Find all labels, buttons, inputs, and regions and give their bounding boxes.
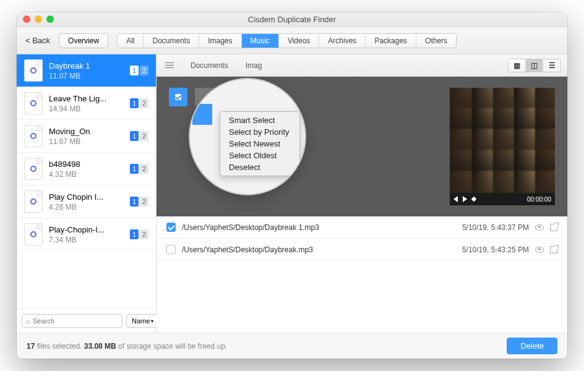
selected-count: 17 [27,342,35,351]
preview-icon[interactable] [535,224,544,231]
file-row[interactable]: /Users/YaphetS/Desktop/Daybreak 1.mp35/1… [157,216,567,239]
search-box[interactable]: ⌕ [22,314,122,328]
menu-select-oldest[interactable]: Select Oldest [220,150,299,161]
select-menu-button[interactable] [163,60,176,70]
category-tabs: All Documents Images Music Videos Archiv… [117,33,457,48]
file-icon [24,59,43,82]
sidebar-item[interactable]: Play Chopin I...4.26 MB12 [17,185,156,218]
player-play-button[interactable] [463,196,467,202]
file-rows: /Users/YaphetS/Desktop/Daybreak 1.mp35/1… [157,216,567,333]
search-input[interactable] [33,317,118,325]
check-icon [175,94,181,100]
main-toolbar: < Back Overview All Documents Images Mus… [17,27,567,54]
row-date: 5/10/19, 5:43:37 PM [462,223,529,232]
player-prev-button[interactable] [453,196,458,202]
badge-count-1: 1 [130,229,139,239]
tab-others[interactable]: Others [416,34,456,48]
titlebar: Cisdem Duplicate Finder [17,12,567,27]
reveal-icon[interactable] [550,246,557,254]
sidebar-item[interactable]: Daybreak 111.07 MB12 [17,54,156,87]
badge-count-1: 1 [130,131,139,141]
footer: 17 files selected. 33.08 MB of storage s… [17,333,567,359]
close-window-button[interactable] [23,15,30,23]
sidebar-item[interactable]: Leave The Lig...14.94 MB12 [17,87,156,120]
file-icon [24,190,43,213]
file-icon [24,125,43,147]
file-name: Play Chopin I... [49,192,130,202]
badge-count-1: 1 [130,98,139,108]
badge-count-2: 2 [140,98,148,108]
file-size: 4.32 MB [49,170,130,179]
location-tab-documents[interactable]: Documents [182,58,236,72]
row-path: /Users/YaphetS/Desktop/Daybreak.mp3 [182,245,456,254]
sidebar-item[interactable]: Play-Chopin-I...7.34 MB12 [17,218,156,251]
preview-icon[interactable] [535,247,544,253]
player-stop-button[interactable] [471,197,476,202]
album-preview: 00:00:00 [450,88,555,205]
maximize-window-button[interactable] [46,15,54,23]
sidebar-item[interactable]: b4894984.32 MB12 [17,153,156,185]
file-icon [24,223,43,245]
album-art [450,88,555,193]
file-size: 11.67 MB [49,137,130,146]
menu-select-by-priority[interactable]: Select by Priority [220,126,299,138]
minimize-window-button[interactable] [35,15,42,23]
chevron-down-icon: ▾ [151,318,153,324]
tab-documents[interactable]: Documents [144,34,199,48]
file-size: 11.07 MB [49,72,130,80]
badge-count-2: 2 [140,229,148,239]
thumbnail-selected[interactable] [169,88,187,106]
menu-smart-select[interactable]: Smart Select [220,114,299,126]
badge-count-2: 2 [140,66,148,75]
reveal-icon[interactable] [550,224,557,231]
row-path: /Users/YaphetS/Desktop/Daybreak 1.mp3 [182,223,456,232]
view-columns-button[interactable]: ◫ [526,59,543,72]
row-checkbox[interactable] [166,223,176,232]
view-grid-button[interactable]: ▦ [509,59,526,72]
location-tab-images[interactable]: Imag [238,58,270,72]
file-name: b489498 [49,160,130,169]
freed-size: 33.08 MB [84,342,116,351]
search-icon: ⌕ [26,317,30,325]
context-menu: Smart Select Select by Priority Select N… [220,111,300,176]
overview-button[interactable]: Overview [59,33,108,48]
menu-deselect[interactable]: Deselect [220,161,299,173]
player-time: 00:00:00 [527,196,551,203]
badge-count-1: 1 [130,164,139,174]
row-date: 5/10/19, 5:43:25 PM [462,245,529,254]
tab-packages[interactable]: Packages [366,34,416,48]
file-size: 7.34 MB [49,236,130,244]
badge-count-2: 2 [140,197,148,207]
badge-count-2: 2 [140,131,148,141]
file-icon [24,92,43,114]
file-name: Leave The Lig... [49,94,130,103]
file-row[interactable]: /Users/YaphetS/Desktop/Daybreak.mp35/10/… [157,239,567,261]
file-name: Play-Chopin-I... [49,225,130,234]
back-button[interactable]: < Back [25,36,50,45]
tab-all[interactable]: All [118,34,144,48]
badge-count-1: 1 [130,66,139,75]
file-icon [24,158,43,180]
delete-button[interactable]: Delete [507,338,557,354]
sidebar: Daybreak 111.07 MB12Leave The Lig...14.9… [17,54,157,333]
sidebar-item[interactable]: Moving_On11.67 MB12 [17,120,156,153]
file-size: 14.94 MB [49,104,130,113]
sort-button[interactable]: Name ▾ [126,314,159,328]
file-size: 4.26 MB [49,203,130,211]
magnifier-overlay: Smart Select Select by Priority Select N… [189,78,306,195]
tab-images[interactable]: Images [199,34,241,48]
tab-videos[interactable]: Videos [279,34,319,48]
badge-count-2: 2 [140,164,148,174]
file-name: Moving_On [49,127,130,136]
badge-count-1: 1 [130,197,139,207]
sort-label: Name [132,317,150,325]
tab-music[interactable]: Music [242,34,279,48]
window-title: Cisdem Duplicate Finder [248,15,336,24]
view-list-button[interactable]: ☰ [543,59,560,72]
row-checkbox[interactable] [166,245,176,254]
tab-archives[interactable]: Archives [319,34,366,48]
preview-toolbar: Documents Imag ▦ ◫ ☰ [157,54,567,77]
menu-select-newest[interactable]: Select Newest [220,138,299,150]
file-name: Daybreak 1 [49,61,130,70]
